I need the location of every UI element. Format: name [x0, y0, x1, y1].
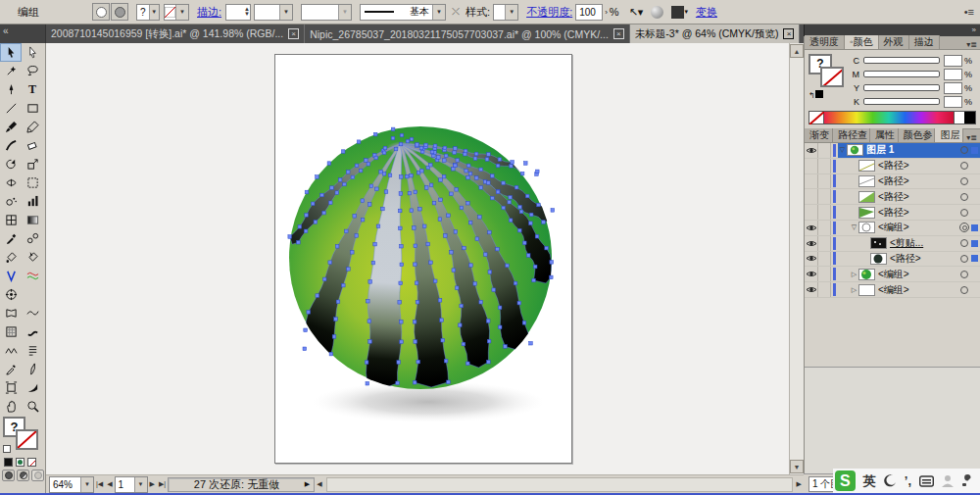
panel-tab-1[interactable]: 路径查	[833, 128, 870, 142]
document-tab[interactable]: 未标题-3* @ 64% (CMYK/预览)×	[630, 25, 801, 43]
layer-row[interactable]: <路径>	[805, 252, 980, 268]
layer-row[interactable]: <剪贴...	[805, 236, 980, 252]
live-paint-selection-tool[interactable]	[22, 248, 43, 267]
grid-tool[interactable]	[0, 322, 22, 341]
tab-close-icon[interactable]: ×	[613, 28, 624, 39]
channel-value-input[interactable]	[944, 69, 962, 80]
zoom-tool[interactable]	[22, 397, 43, 416]
layer-thumbnail[interactable]	[847, 144, 863, 156]
layer-label[interactable]: 图层 1	[866, 143, 894, 157]
measure-tool[interactable]	[0, 360, 22, 378]
panel-tab-4[interactable]: 图层	[935, 128, 963, 142]
isolate-icon[interactable]: ↖▾	[629, 6, 644, 19]
width-tool[interactable]	[0, 173, 22, 192]
lock-cell[interactable]	[818, 267, 831, 281]
lasso-tool[interactable]	[22, 62, 43, 80]
visibility-cell[interactable]	[805, 143, 818, 158]
graph-tool[interactable]	[22, 192, 43, 211]
selection-tool[interactable]	[0, 43, 22, 62]
paintbrush-tool[interactable]	[0, 118, 22, 136]
ime-toolbar[interactable]: S 英 ’,	[833, 469, 980, 493]
target-icon[interactable]	[960, 271, 968, 278]
target-icon[interactable]	[960, 286, 968, 294]
screen-mode-normal-icon[interactable]	[2, 470, 15, 481]
user-icon[interactable]	[942, 474, 954, 487]
scroll-right-icon[interactable]: ▶	[795, 480, 804, 488]
visibility-cell[interactable]	[805, 267, 818, 281]
stroke-proxy[interactable]	[820, 67, 844, 87]
type-tool[interactable]: T	[22, 80, 43, 99]
mesh-tool[interactable]	[0, 211, 22, 229]
opacity-link[interactable]: 不透明度:	[526, 5, 572, 20]
expand-icon[interactable]: ▽	[850, 223, 858, 231]
zigzag-tool[interactable]	[0, 341, 22, 360]
panel-menu-icon[interactable]: •≡	[964, 6, 974, 18]
blend-tool[interactable]	[22, 229, 43, 248]
document-tab[interactable]: 2008710145016959 [转换].ai* @ 141.98% (RGB…	[46, 25, 305, 43]
fill-stroke-proxy[interactable]: ? ↰	[808, 53, 852, 102]
layer-thumbnail[interactable]	[858, 175, 875, 187]
lock-cell[interactable]	[818, 159, 831, 173]
black-swatch[interactable]	[964, 112, 975, 124]
stroke-weight-stepper[interactable]: ▲▼	[225, 4, 251, 21]
layer-row[interactable]: ▽图层 1	[805, 143, 980, 159]
next-page-icon[interactable]: ▶	[148, 480, 157, 488]
punctuation-icon[interactable]: ’,	[905, 473, 911, 488]
hand-tool[interactable]	[0, 397, 22, 416]
layer-thumbnail[interactable]	[870, 237, 887, 249]
fill-color-dropdown[interactable]: ?▼	[136, 4, 160, 21]
visibility-cell[interactable]	[805, 221, 818, 235]
lock-cell[interactable]	[818, 189, 831, 204]
slider-track[interactable]	[863, 71, 940, 77]
lock-cell[interactable]	[818, 174, 831, 189]
prev-page-icon[interactable]: ◀	[105, 480, 114, 488]
curvature-tool[interactable]	[22, 267, 43, 285]
wrench-icon[interactable]	[961, 474, 974, 487]
tab-close-icon[interactable]: ×	[288, 28, 299, 39]
visibility-cell[interactable]	[805, 236, 818, 251]
rectangle-tool[interactable]	[22, 99, 43, 118]
layer-label[interactable]: <编组>	[878, 283, 909, 297]
panel-tab-0[interactable]: 渐变	[805, 128, 833, 142]
wave-tool[interactable]	[22, 304, 43, 322]
panel-tab-0[interactable]: 透明度	[805, 35, 845, 49]
target-icon[interactable]	[960, 239, 968, 247]
target-icon[interactable]	[959, 223, 969, 232]
ink-tool[interactable]	[22, 360, 43, 378]
stroke-proxy-button[interactable]	[111, 3, 128, 21]
spiral-tool[interactable]	[22, 322, 43, 341]
perspective-tool[interactable]	[0, 267, 22, 285]
panel-tab-2[interactable]: 属性	[870, 128, 899, 142]
variable-width-dropdown[interactable]: ▼	[301, 4, 352, 21]
target-icon[interactable]	[960, 146, 968, 154]
status-indicator[interactable]: 27 次还原: 无重做▶	[168, 477, 315, 492]
lock-cell[interactable]	[818, 252, 831, 267]
layer-row[interactable]: ▽<编组>	[805, 221, 980, 236]
panel-tab-1[interactable]: ◦颜色	[845, 35, 879, 49]
visibility-cell[interactable]	[805, 189, 818, 204]
panel-tab-3[interactable]: 描边	[909, 35, 940, 49]
screen-mode-full-icon[interactable]	[31, 470, 44, 481]
knife-tool[interactable]	[22, 378, 43, 397]
panel-menu-icon[interactable]: ▾≣	[963, 40, 980, 49]
layer-thumbnail[interactable]	[870, 253, 887, 265]
pencil-tool[interactable]	[22, 118, 43, 136]
sogou-logo-icon[interactable]: S	[835, 470, 856, 491]
visibility-cell[interactable]	[805, 282, 818, 297]
crop-tool[interactable]	[0, 378, 22, 397]
vertical-scrollbar[interactable]: ▲ ▼	[789, 43, 804, 474]
transform-link[interactable]: 变换	[696, 5, 717, 20]
pen-tool[interactable]	[0, 80, 22, 99]
white-swatch[interactable]	[954, 112, 964, 124]
layer-label[interactable]: <路径>	[890, 252, 921, 266]
tools-panel-header[interactable]: «	[0, 25, 46, 43]
stroke-color-dropdown[interactable]: ▼	[164, 4, 189, 21]
slider-track[interactable]	[863, 57, 940, 64]
fill-proxy-button[interactable]	[92, 3, 110, 21]
ime-lang-icon[interactable]: 英	[863, 472, 876, 490]
shape-mode-icon[interactable]	[651, 6, 663, 19]
tool[interactable]	[22, 285, 43, 304]
recolor-icon[interactable]: ⤬	[452, 6, 460, 18]
warp-envelope-tool[interactable]	[0, 304, 22, 322]
layer-thumbnail[interactable]	[858, 284, 875, 296]
